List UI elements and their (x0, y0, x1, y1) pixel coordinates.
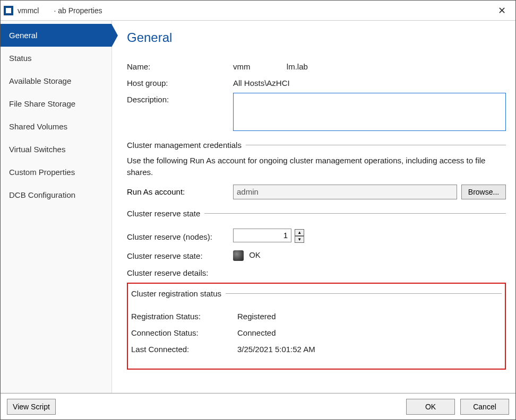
conn-status-label: Connection Status: (131, 326, 237, 337)
status-ok-icon (233, 250, 244, 261)
sidebar-item-label: Custom Properties (9, 168, 75, 177)
sidebar-item-custom-properties[interactable]: Custom Properties (1, 161, 111, 183)
description-label: Description: (127, 93, 233, 104)
credentials-help: Use the following Run As account for ong… (127, 155, 506, 178)
reserve-details-label: Cluster reserve details: (127, 266, 233, 277)
name-value-post: lm.lab (287, 62, 308, 71)
properties-window: vmmcl · ab Properties ✕ General Status A… (0, 0, 516, 420)
sidebar-item-shared-volumes[interactable]: Shared Volumes (1, 115, 111, 138)
conn-status-value: Connected (237, 326, 502, 337)
sidebar-item-general[interactable]: General (1, 24, 111, 47)
reserve-nodes-label: Cluster reserve (nodes): (127, 230, 233, 241)
footer: View Script OK Cancel (1, 393, 515, 419)
hostgroup-value: All Hosts\AzHCI (233, 76, 506, 88)
sidebar: General Status Available Storage File Sh… (1, 21, 112, 393)
reserve-nodes-spinner: ▲ ▼ (295, 229, 304, 243)
titlebar: vmmcl · ab Properties ✕ (1, 1, 515, 21)
name-label: Name: (127, 60, 233, 71)
spinner-down-button[interactable]: ▼ (295, 236, 304, 243)
sidebar-item-label: File Share Storage (9, 99, 75, 108)
sidebar-item-label: Status (9, 54, 32, 63)
main-panel: General Name: vmm lm.lab Host group: All… (112, 21, 515, 393)
sidebar-item-dcb-configuration[interactable]: DCB Configuration (1, 183, 111, 206)
reserve-nodes-input[interactable] (233, 229, 291, 242)
title-text-right-inner: ab Properties (58, 6, 102, 15)
ok-button[interactable]: OK (406, 399, 455, 415)
reserve-header-text: Cluster reserve state (127, 209, 200, 218)
reserve-state-text: OK (249, 250, 261, 259)
registration-header-text: Cluster registration status (131, 289, 221, 298)
registration-header: Cluster registration status (131, 289, 502, 298)
sidebar-item-available-storage[interactable]: Available Storage (1, 69, 111, 92)
title-text-right: · ab Properties (54, 6, 102, 15)
sidebar-item-label: Virtual Switches (9, 145, 65, 154)
runas-input (233, 185, 457, 199)
browse-button[interactable]: Browse... (461, 185, 506, 199)
last-connected-value: 3/25/2021 5:01:52 AM (237, 343, 502, 354)
sidebar-item-label: Available Storage (9, 76, 71, 85)
spinner-up-button[interactable]: ▲ (295, 229, 304, 236)
last-connected-label: Last Connected: (131, 343, 237, 354)
description-input[interactable] (233, 93, 506, 131)
app-icon (4, 6, 13, 15)
view-script-button[interactable]: View Script (7, 399, 56, 415)
reg-status-label: Registration Status: (131, 310, 237, 321)
name-value: vmm lm.lab (233, 60, 506, 71)
reserve-state-label: Cluster reserve state: (127, 249, 233, 260)
registration-highlight-box: Cluster registration status Registration… (127, 283, 506, 370)
reserve-header: Cluster reserve state (127, 209, 506, 218)
sidebar-item-label: Shared Volumes (9, 122, 67, 131)
title-text-left: vmmcl (18, 6, 39, 15)
reserve-state-value: OK (233, 248, 506, 261)
sidebar-item-label: General (9, 31, 37, 40)
page-heading: General (127, 30, 506, 45)
sidebar-item-status[interactable]: Status (1, 47, 111, 69)
credentials-header: Cluster management credentials (127, 141, 506, 150)
credentials-header-text: Cluster management credentials (127, 141, 242, 150)
hostgroup-label: Host group: (127, 76, 233, 88)
sidebar-item-label: DCB Configuration (9, 190, 75, 199)
runas-label: Run As account: (127, 187, 229, 196)
cancel-button[interactable]: Cancel (460, 399, 509, 415)
sidebar-item-virtual-switches[interactable]: Virtual Switches (1, 138, 111, 161)
reg-status-value: Registered (237, 310, 502, 321)
name-value-pre: vmm (233, 62, 251, 71)
sidebar-item-file-share-storage[interactable]: File Share Storage (1, 92, 111, 115)
close-button[interactable]: ✕ (491, 3, 512, 19)
